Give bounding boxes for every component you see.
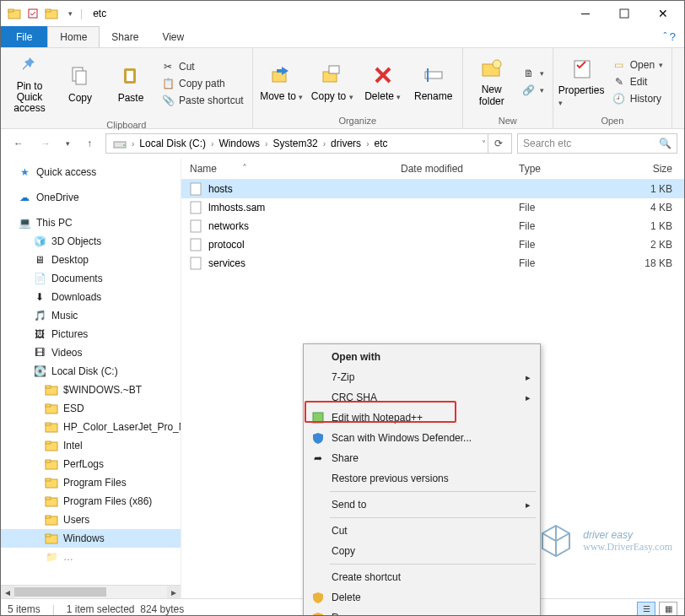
chevron-right-icon[interactable]: › (132, 139, 134, 149)
move-to-button[interactable]: Move to ▾ (258, 60, 305, 104)
new-folder-button[interactable]: New folder (468, 54, 515, 108)
properties-icon[interactable] (24, 5, 41, 22)
open-button[interactable]: ▭Open▾ (609, 57, 666, 73)
tree-item[interactable]: 📄Documents (1, 269, 181, 288)
qat-dropdown-icon[interactable]: ▾ (62, 5, 78, 22)
ctx-7zip[interactable]: 7-Zip▸ (306, 367, 537, 387)
copy-path-button[interactable]: 📋Copy path (158, 76, 247, 91)
tree-item[interactable]: ESD (1, 399, 181, 418)
copy-button[interactable]: Copy (57, 62, 104, 105)
tree-this-pc[interactable]: 💻This PC (1, 213, 181, 232)
breadcrumb-seg[interactable]: etc (370, 138, 391, 149)
tree-item[interactable]: $WINDOWS.~BT (1, 381, 181, 399)
close-button[interactable]: ✕ (644, 1, 682, 26)
tree-item[interactable]: 🎵Music (1, 306, 181, 325)
tree-item[interactable]: 🧊3D Objects (1, 232, 181, 251)
ctx-share[interactable]: ➦Share (306, 448, 537, 468)
search-input[interactable]: Search etc 🔍 (517, 133, 677, 154)
breadcrumb[interactable]: › Local Disk (C:)› Windows› System32› dr… (105, 133, 512, 154)
col-type[interactable]: Type (519, 163, 603, 175)
file-row[interactable]: hosts1 KB (181, 180, 684, 198)
tree-onedrive[interactable]: ☁OneDrive (1, 188, 181, 207)
ribbon-collapse-icon[interactable]: ˆ ? (663, 30, 676, 43)
tab-view[interactable]: View (150, 26, 196, 47)
tree-item-cut[interactable]: 📁… (1, 548, 181, 566)
history-button[interactable]: 🕘History (609, 91, 666, 106)
tree-item[interactable]: 💽Local Disk (C:) (1, 362, 181, 381)
tree-quick-access[interactable]: ★Quick access (1, 163, 181, 181)
paste-shortcut-button[interactable]: 📎Paste shortcut (158, 93, 247, 108)
tab-share[interactable]: Share (100, 26, 150, 47)
ctx-copy[interactable]: Copy (306, 541, 537, 561)
cut-button[interactable]: ✂Cut (158, 59, 247, 74)
ctx-delete[interactable]: Delete (306, 587, 537, 608)
nav-back-button[interactable]: ← (8, 132, 30, 154)
tree-item[interactable]: Users (1, 511, 181, 529)
tree-item[interactable]: Program Files (1, 473, 181, 492)
breadcrumb-seg[interactable]: drivers (327, 138, 364, 149)
refresh-button[interactable]: ⟳ (488, 133, 508, 154)
tab-file[interactable]: File (1, 26, 47, 47)
tree-item[interactable]: PerfLogs (1, 455, 181, 473)
scroll-left-button[interactable]: ◂ (1, 586, 14, 598)
breadcrumb-seg[interactable]: Windows (215, 138, 263, 149)
maximize-button[interactable] (605, 1, 644, 26)
tree-item[interactable]: Program Files (x86) (1, 492, 181, 511)
tree-item[interactable]: 🎞Videos (1, 343, 181, 362)
ctx-send-to[interactable]: Send to▸ (306, 494, 537, 515)
pin-quick-access-button[interactable]: Pin to Quick access (6, 51, 53, 116)
col-size[interactable]: Size (603, 163, 684, 175)
delete-button[interactable]: Delete ▾ (359, 60, 407, 104)
file-row[interactable]: protocolFile2 KB (181, 235, 684, 254)
tab-home[interactable]: Home (47, 26, 100, 47)
nav-tree[interactable]: ★Quick access ☁OneDrive 💻This PC 🧊3D Obj… (1, 158, 181, 598)
scroll-thumb[interactable] (14, 587, 106, 597)
tree-item[interactable]: HP_Color_LaserJet_Pro_M (1, 418, 181, 436)
col-date[interactable]: Date modified (401, 163, 519, 175)
svg-rect-25 (46, 423, 51, 425)
view-thumbnails-button[interactable]: ▦ (659, 602, 677, 617)
minimize-button[interactable]: ─ (566, 1, 605, 26)
copy-to-button[interactable]: Copy to ▾ (309, 60, 356, 104)
file-row[interactable]: lmhosts.samFile4 KB (181, 198, 684, 217)
ctx-edit-notepadpp[interactable]: Edit with Notepad++ (306, 408, 537, 428)
easy-access-button[interactable]: 🔗▾ (519, 83, 547, 98)
invert-selection-button[interactable]: ◨Invert selection (677, 91, 685, 106)
scroll-right-button[interactable]: ▸ (167, 586, 181, 598)
nav-forward-button[interactable]: → (35, 132, 57, 154)
breadcrumb-seg[interactable]: Local Disk (C:) (136, 138, 209, 149)
ctx-restore-versions[interactable]: Restore previous versions (306, 468, 537, 489)
rename-button[interactable]: Rename (410, 60, 457, 104)
ctx-crc-sha[interactable]: CRC SHA▸ (306, 387, 537, 408)
chevron-down-icon[interactable]: ˅ (482, 139, 486, 149)
ctx-windows-defender[interactable]: Scan with Windows Defender... (306, 428, 537, 448)
tree-item[interactable]: Windows (1, 529, 181, 548)
new-item-button[interactable]: 🗎▾ (519, 66, 547, 81)
ctx-create-shortcut[interactable]: Create shortcut (306, 567, 537, 587)
edit-button[interactable]: ✎Edit (609, 74, 666, 89)
properties-button[interactable]: Properties ▾ (558, 54, 606, 110)
select-all-button[interactable]: ▦Select all (677, 57, 685, 73)
ctx-rename[interactable]: Rename (306, 608, 537, 616)
nav-recent-button[interactable]: ▾ (62, 132, 73, 154)
col-name[interactable]: Name˄ (190, 163, 401, 175)
select-none-button[interactable]: ▢Select none (677, 74, 685, 89)
nav-up-button[interactable]: ↑ (78, 132, 100, 154)
tree-horizontal-scrollbar[interactable]: ◂ ▸ (1, 585, 181, 598)
file-row[interactable]: servicesFile18 KB (181, 254, 684, 273)
tree-item[interactable]: Intel (1, 436, 181, 455)
view-details-button[interactable]: ☰ (637, 602, 655, 617)
ctx-open-with[interactable]: Open with (306, 347, 537, 367)
breadcrumb-seg[interactable]: System32 (269, 138, 321, 149)
scroll-track[interactable] (14, 586, 167, 598)
column-headers[interactable]: Name˄ Date modified Type Size (181, 158, 684, 180)
paste-button[interactable]: Paste (107, 62, 154, 105)
drive-icon[interactable] (110, 137, 130, 150)
ribbon-group-open: Properties ▾ ▭Open▾ ✎Edit 🕘History Open (553, 48, 672, 128)
tree-item[interactable]: 🖥Desktop (1, 251, 181, 269)
svg-rect-41 (191, 239, 201, 251)
tree-item[interactable]: 🖼Pictures (1, 325, 181, 343)
ctx-cut[interactable]: Cut (306, 521, 537, 541)
tree-item[interactable]: ⬇Downloads (1, 288, 181, 306)
file-row[interactable]: networksFile1 KB (181, 217, 684, 235)
